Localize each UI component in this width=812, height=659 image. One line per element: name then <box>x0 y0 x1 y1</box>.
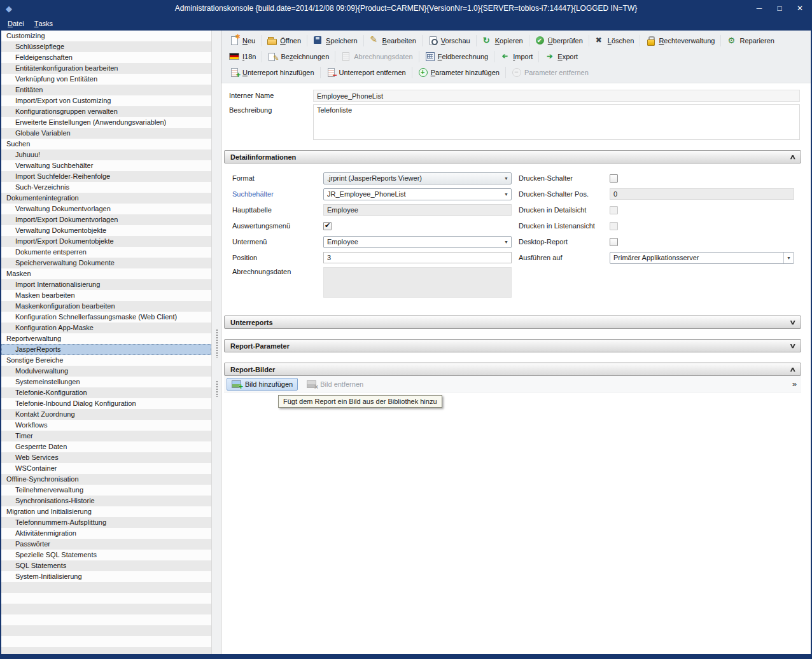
sidebar-item-entitaeten[interactable]: Entitäten <box>1 85 211 95</box>
sidebar-item-masken-bearbeiten[interactable]: Masken bearbeiten <box>1 290 211 301</box>
unterreport-hinzufuegen-button[interactable]: Unterreport hinzufügen <box>225 66 319 78</box>
beschreibung-textarea[interactable]: Telefonliste <box>313 104 800 140</box>
toolbar-overflow-button[interactable]: » <box>792 379 797 389</box>
vorschau-button[interactable]: Vorschau <box>423 34 475 46</box>
feldberechnung-label: Feldberechnung <box>438 53 489 60</box>
sidebar-item-telefonnummern-aufsplittung[interactable]: Telefonnummern-Aufsplittung <box>1 517 211 528</box>
sidebar-item-telefonie-inbound-dialog-konfiguration[interactable]: Telefonie-Inbound Dialog Konfiguration <box>1 398 211 409</box>
sidebar-item-konfigurationsgruppen-verwalten[interactable]: Konfigurationsgruppen verwalten <box>1 106 211 117</box>
import-button[interactable]: Import <box>495 50 538 62</box>
desktop-report-checkbox[interactable] <box>610 238 618 246</box>
format-select[interactable]: .jrprint (JasperReports Viewer)▼ <box>323 172 512 184</box>
menu-tasks[interactable]: Tasks <box>29 17 58 31</box>
oeffnen-button[interactable]: Öffnen <box>262 34 306 46</box>
suchbehaelter-select[interactable]: JR_Employee_PhoneList▼ <box>323 188 512 200</box>
ausfuehren-auf-select[interactable]: Primärer Applikationsserver▼ <box>610 252 794 264</box>
neu-button[interactable]: Neu <box>225 34 260 46</box>
sidebar-item-aktivitaetenmigration[interactable]: Aktivitätenmigration <box>1 528 211 539</box>
unterreport-entfernen-button[interactable]: Unterreport entfernen <box>321 66 411 78</box>
sidebar-item-wscontainer[interactable]: WSContainer <box>1 463 211 474</box>
chevron-down-icon: ▼ <box>783 253 794 263</box>
minimize-button[interactable]: ─ <box>752 4 766 13</box>
sidebar-item-verwaltung-dokumentvorlagen[interactable]: Verwaltung Dokumentvorlagen <box>1 204 211 214</box>
sidebar-item-maskenkonfiguration-bearbeiten[interactable]: Maskenkonfiguration bearbeiten <box>1 301 211 312</box>
window-title: Administrationskonsole {build.date=2014/… <box>0 4 812 13</box>
sidebar-item-entitaetenkonfiguration-bearbeiten[interactable]: Entitätenkonfiguration bearbeiten <box>1 63 211 74</box>
close-button[interactable]: ✕ <box>793 4 807 13</box>
add-image-label: Bild hinzufügen <box>245 380 293 388</box>
sidebar-item-verknuepfung-von-entitaeten[interactable]: Verknüpfung von Entitäten <box>1 74 211 85</box>
format-value: .jrprint (JasperReports Viewer) <box>327 174 501 182</box>
sidebar-item-kontakt-zuordnung[interactable]: Kontakt Zuordnung <box>1 409 211 420</box>
window-controls: ─ □ ✕ <box>752 4 807 13</box>
titlebar[interactable]: ◆ Administrationskonsole {build.date=201… <box>0 0 812 17</box>
bezeichnungen-button[interactable]: Bezeichnungen <box>263 50 334 62</box>
sidebar-item-schluesselpflege[interactable]: Schlüsselpflege <box>1 41 211 52</box>
report-bilder-panel-header[interactable]: Report-Bilder ∧ <box>224 363 801 376</box>
sidebar-item-system-initialisierung[interactable]: System-Initialisierung <box>1 571 211 582</box>
sidebar-item-modulverwaltung[interactable]: Modulverwaltung <box>1 366 211 377</box>
kopieren-button[interactable]: Kopieren <box>477 34 528 46</box>
sidebar-item-dokumente-entsperren[interactable]: Dokumente entsperren <box>1 247 211 258</box>
sidebar-item-globale-variablen[interactable]: Globale Variablen <box>1 128 211 139</box>
sidebar-item-passwoerter[interactable]: Passwörter <box>1 539 211 550</box>
sidebar-item-systemeinstellungen[interactable]: Systemeinstellungen <box>1 377 211 387</box>
add-image-button[interactable]: Bild hinzufügen <box>227 378 298 391</box>
sidebar-item-such-verzeichnis[interactable]: Such-Verzeichnis <box>1 182 211 193</box>
sidebar-item-workflows[interactable]: Workflows <box>1 420 211 431</box>
sidebar-item-verwaltung-dokumentobjekte[interactable]: Verwaltung Dokumentobjekte <box>1 225 211 236</box>
drucken-in-listenansicht-label: Drucken in Listenansicht <box>519 222 610 230</box>
sidebar-item-speicherverwaltung-dokumente[interactable]: Speicherverwaltung Dokumente <box>1 258 211 268</box>
sidebar-item-timer[interactable]: Timer <box>1 431 211 441</box>
ueberpruefen-button[interactable]: Überprüfen <box>530 34 588 46</box>
sidebar-item-verwaltung-suchbehaelter[interactable]: Verwaltung Suchbehälter <box>1 160 211 171</box>
splitter[interactable] <box>211 31 221 654</box>
sidebar-item-teilnehmerverwaltung[interactable]: Teilnehmerverwaltung <box>1 485 211 496</box>
suchbehaelter-label[interactable]: Suchbehälter <box>232 190 323 198</box>
sidebar-item-telefonie-konfiguration[interactable]: Telefonie-Konfiguration <box>1 387 211 398</box>
reparieren-button[interactable]: Reparieren <box>722 34 779 46</box>
sidebar-item-synchronisations-historie[interactable]: Synchronisations-Historie <box>1 496 211 506</box>
untermenue-select[interactable]: Employee▼ <box>323 236 512 248</box>
sidebar-item-feldeigenschaften[interactable]: Feldeigenschaften <box>1 52 211 63</box>
sidebar-item-juhuuu[interactable]: Juhuuu! <box>1 149 211 160</box>
sidebar-item-konfiguration-app-maske[interactable]: Konfiguration App-Maske <box>1 323 211 333</box>
open-folder-icon <box>267 36 277 45</box>
sidebar-item-erweiterte-einstellungen-anwendungsvariablen[interactable]: Erweiterte Einstellungen (Anwendungsvari… <box>1 117 211 128</box>
bearbeiten-button[interactable]: Bearbeiten <box>365 34 421 46</box>
maximize-button[interactable]: □ <box>773 4 787 13</box>
speichern-label: Speichern <box>326 37 358 45</box>
rechteverwaltung-button[interactable]: Rechteverwaltung <box>641 34 720 46</box>
sidebar-item-jasperreports[interactable]: JasperReports <box>1 344 211 355</box>
unterreports-panel-header[interactable]: Unterreports ∨ <box>224 316 801 329</box>
sidebar-item-import-export-dokumentvorlagen[interactable]: Import/Export Dokumentvorlagen <box>1 214 211 225</box>
sidebar-item-import-internationalisierung[interactable]: Import Internationalisierung <box>1 279 211 290</box>
sidebar-item-web-services[interactable]: Web Services <box>1 452 211 463</box>
add-image-icon <box>232 379 241 389</box>
feldberechnung-button[interactable]: Feldberechnung <box>420 50 494 62</box>
sidebar-item-import-suchfelder-reihenfolge[interactable]: Import Suchfelder-Reihenfolge <box>1 171 211 182</box>
report-parameter-panel-header[interactable]: Report-Parameter ∨ <box>224 339 801 352</box>
sidebar-item-sql-statements[interactable]: SQL Statements <box>1 560 211 571</box>
interner-name-input[interactable] <box>313 90 800 102</box>
auswertungsmenue-checkbox[interactable] <box>323 222 332 230</box>
billing-data-icon <box>341 52 351 61</box>
drucken-schalter-checkbox[interactable] <box>610 174 618 183</box>
sidebar-item-spezielle-sql-statements[interactable]: Spezielle SQL Statements <box>1 550 211 560</box>
position-field[interactable]: 3 <box>323 252 512 263</box>
sidebar-item-import-export-von-customizing[interactable]: Import/Export von Customizing <box>1 95 211 106</box>
remove-image-icon <box>307 379 316 389</box>
speichern-button[interactable]: Speichern <box>308 34 363 46</box>
sidebar-item-konfiguration-schnellerfassungsmaske-web-client[interactable]: Konfiguration Schnellerfassungsmaske (We… <box>1 312 211 323</box>
i18n-button[interactable]: I18n <box>225 50 261 62</box>
loeschen-button[interactable]: Löschen <box>590 34 640 46</box>
toolbar-separator <box>589 35 589 46</box>
sidebar-item-import-export-dokumentobjekte[interactable]: Import/Export Dokumentobjekte <box>1 236 211 247</box>
detail-panel-header[interactable]: Detailinformationen ∧ <box>224 150 801 163</box>
export-button[interactable]: Export <box>540 50 583 62</box>
bezeichnungen-label: Bezeichnungen <box>281 53 329 60</box>
rechteverwaltung-label: Rechteverwaltung <box>659 37 715 45</box>
parameter-hinzufuegen-button[interactable]: Parameter hinzufügen <box>413 66 505 78</box>
sidebar-item-gesperrte-daten[interactable]: Gesperrte Daten <box>1 441 211 452</box>
menu-datei[interactable]: Datei <box>3 17 29 31</box>
